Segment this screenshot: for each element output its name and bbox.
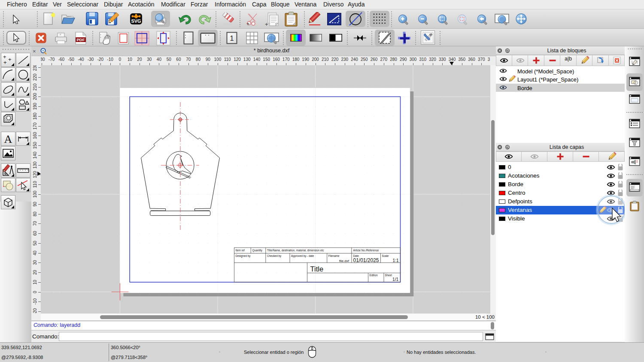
svg-text:PDF: PDF bbox=[77, 37, 85, 42]
svg-text:A: A bbox=[4, 133, 12, 145]
svg-text:+: + bbox=[3, 59, 7, 66]
svg-text:+: + bbox=[246, 21, 249, 27]
svg-text:1/1: 1/1 bbox=[392, 277, 398, 282]
svg-text:Checked by: Checked by bbox=[267, 254, 282, 258]
svg-text:Item ref: Item ref bbox=[236, 249, 245, 252]
svg-text:+: + bbox=[8, 56, 12, 63]
svg-text:1:1: 1:1 bbox=[393, 258, 399, 263]
svg-text:Approved by - date: Approved by - date bbox=[291, 254, 314, 258]
svg-text:1: 1 bbox=[230, 34, 234, 42]
svg-text:Quantity: Quantity bbox=[252, 249, 263, 252]
svg-text:Article No./Reference: Article No./Reference bbox=[353, 249, 379, 252]
svg-text:01/01/2025: 01/01/2025 bbox=[353, 257, 379, 263]
svg-text:+: + bbox=[265, 21, 268, 27]
svg-text:Title/Name, destination, mater: Title/Name, destination, material, dimen… bbox=[267, 249, 324, 252]
svg-text:SVG: SVG bbox=[131, 18, 141, 24]
svg-text:Scale: Scale bbox=[382, 254, 389, 257]
svg-text:Designed by: Designed by bbox=[236, 254, 251, 258]
svg-text:Filename: Filename bbox=[328, 254, 340, 257]
svg-text:Title: Title bbox=[310, 265, 324, 273]
svg-text:Edition: Edition bbox=[370, 274, 378, 277]
svg-text:Sheet: Sheet bbox=[385, 274, 392, 277]
svg-text:file.dxf: file.dxf bbox=[339, 259, 349, 263]
